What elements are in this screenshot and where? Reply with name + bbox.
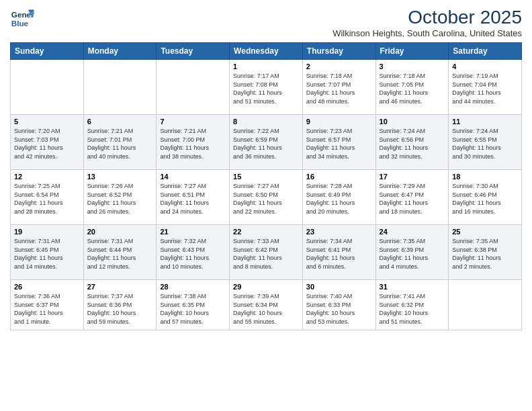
day-number: 29 [233,283,299,291]
day-number: 4 [452,62,518,71]
calendar-cell [449,280,522,330]
calendar-header-sunday: Sunday [11,43,84,60]
day-number: 18 [452,173,518,181]
calendar-week-row: 19Sunrise: 7:31 AMSunset: 6:45 PMDayligh… [11,225,522,280]
calendar-cell: 27Sunrise: 7:37 AMSunset: 6:36 PMDayligh… [83,280,157,330]
calendar-week-row: 5Sunrise: 7:20 AMSunset: 7:03 PMDaylight… [11,115,522,170]
day-number: 3 [380,62,445,71]
calendar-cell: 15Sunrise: 7:27 AMSunset: 6:50 PMDayligh… [230,170,303,225]
calendar-header-tuesday: Tuesday [157,43,230,60]
day-info: Sunrise: 7:23 AMSunset: 6:57 PMDaylight:… [306,127,372,161]
day-number: 13 [87,173,153,181]
day-info: Sunrise: 7:32 AMSunset: 6:43 PMDaylight:… [160,237,226,271]
calendar-header-saturday: Saturday [449,43,522,60]
day-number: 27 [87,283,153,291]
day-number: 11 [452,118,518,126]
calendar-cell: 17Sunrise: 7:29 AMSunset: 6:47 PMDayligh… [375,170,449,225]
header: General Blue October 2025 Wilkinson Heig… [10,7,522,38]
day-number: 16 [306,173,372,181]
day-info: Sunrise: 7:22 AMSunset: 6:59 PMDaylight:… [233,127,299,161]
day-number: 9 [306,118,372,126]
day-info: Sunrise: 7:19 AMSunset: 7:04 PMDaylight:… [452,72,518,105]
day-info: Sunrise: 7:29 AMSunset: 6:47 PMDaylight:… [380,182,445,216]
day-info: Sunrise: 7:37 AMSunset: 6:36 PMDaylight:… [87,292,153,326]
day-info: Sunrise: 7:26 AMSunset: 6:52 PMDaylight:… [87,182,153,216]
day-info: Sunrise: 7:24 AMSunset: 6:56 PMDaylight:… [380,127,445,161]
logo: General Blue [10,7,34,31]
calendar-cell: 16Sunrise: 7:28 AMSunset: 6:49 PMDayligh… [302,170,375,225]
day-number: 26 [14,283,80,291]
day-number: 30 [306,283,372,291]
day-info: Sunrise: 7:21 AMSunset: 7:01 PMDaylight:… [87,127,153,161]
calendar-cell: 3Sunrise: 7:18 AMSunset: 7:05 PMDaylight… [375,60,449,115]
svg-text:Blue: Blue [11,19,29,28]
day-number: 28 [160,283,226,291]
calendar-cell: 22Sunrise: 7:33 AMSunset: 6:42 PMDayligh… [230,225,303,280]
day-info: Sunrise: 7:34 AMSunset: 6:41 PMDaylight:… [306,237,372,271]
day-info: Sunrise: 7:18 AMSunset: 7:07 PMDaylight:… [306,72,372,105]
day-info: Sunrise: 7:36 AMSunset: 6:37 PMDaylight:… [14,292,80,326]
day-info: Sunrise: 7:30 AMSunset: 6:46 PMDaylight:… [452,182,518,216]
calendar-cell: 2Sunrise: 7:18 AMSunset: 7:07 PMDaylight… [302,60,375,115]
calendar-header-monday: Monday [83,43,157,60]
calendar-cell: 24Sunrise: 7:35 AMSunset: 6:39 PMDayligh… [375,225,449,280]
calendar-table: SundayMondayTuesdayWednesdayThursdayFrid… [10,42,522,330]
day-number: 20 [87,228,153,236]
location-subtitle: Wilkinson Heights, South Carolina, Unite… [332,28,522,38]
calendar-cell: 30Sunrise: 7:40 AMSunset: 6:33 PMDayligh… [302,280,375,330]
day-number: 21 [160,228,226,236]
day-info: Sunrise: 7:41 AMSunset: 6:32 PMDaylight:… [380,292,445,326]
calendar-cell: 6Sunrise: 7:21 AMSunset: 7:01 PMDaylight… [83,115,157,170]
calendar-cell: 14Sunrise: 7:27 AMSunset: 6:51 PMDayligh… [157,170,230,225]
calendar-cell: 1Sunrise: 7:17 AMSunset: 7:08 PMDaylight… [230,60,303,115]
day-number: 15 [233,173,299,181]
calendar-week-row: 1Sunrise: 7:17 AMSunset: 7:08 PMDaylight… [11,60,522,115]
day-number: 5 [14,118,80,126]
day-info: Sunrise: 7:35 AMSunset: 6:39 PMDaylight:… [380,237,445,271]
day-info: Sunrise: 7:33 AMSunset: 6:42 PMDaylight:… [233,237,299,271]
day-info: Sunrise: 7:31 AMSunset: 6:45 PMDaylight:… [14,237,80,271]
day-number: 17 [380,173,445,181]
day-info: Sunrise: 7:35 AMSunset: 6:38 PMDaylight:… [452,237,518,271]
calendar-cell: 11Sunrise: 7:24 AMSunset: 6:55 PMDayligh… [449,115,522,170]
day-info: Sunrise: 7:21 AMSunset: 7:00 PMDaylight:… [160,127,226,161]
calendar-cell: 10Sunrise: 7:24 AMSunset: 6:56 PMDayligh… [375,115,449,170]
day-info: Sunrise: 7:31 AMSunset: 6:44 PMDaylight:… [87,237,153,271]
day-number: 19 [14,228,80,236]
day-number: 24 [380,228,445,236]
calendar-header-thursday: Thursday [302,43,375,60]
day-info: Sunrise: 7:39 AMSunset: 6:34 PMDaylight:… [233,292,299,326]
calendar-header-friday: Friday [375,43,449,60]
day-number: 7 [160,118,226,126]
day-info: Sunrise: 7:17 AMSunset: 7:08 PMDaylight:… [233,72,299,105]
day-number: 31 [380,283,445,291]
day-info: Sunrise: 7:27 AMSunset: 6:50 PMDaylight:… [233,182,299,216]
month-title: October 2025 [332,7,522,28]
day-number: 10 [380,118,445,126]
calendar-week-row: 12Sunrise: 7:25 AMSunset: 6:54 PMDayligh… [11,170,522,225]
day-number: 12 [14,173,80,181]
day-info: Sunrise: 7:38 AMSunset: 6:35 PMDaylight:… [160,292,226,326]
calendar-cell: 4Sunrise: 7:19 AMSunset: 7:04 PMDaylight… [449,60,522,115]
calendar-cell: 25Sunrise: 7:35 AMSunset: 6:38 PMDayligh… [449,225,522,280]
calendar-cell: 18Sunrise: 7:30 AMSunset: 6:46 PMDayligh… [449,170,522,225]
day-number: 1 [233,62,299,71]
day-info: Sunrise: 7:18 AMSunset: 7:05 PMDaylight:… [380,72,445,105]
day-info: Sunrise: 7:25 AMSunset: 6:54 PMDaylight:… [14,182,80,216]
calendar-cell: 26Sunrise: 7:36 AMSunset: 6:37 PMDayligh… [11,280,84,330]
calendar-cell [83,60,157,115]
title-block: October 2025 Wilkinson Heights, South Ca… [332,7,522,38]
day-number: 2 [306,62,372,71]
calendar-cell: 7Sunrise: 7:21 AMSunset: 7:00 PMDaylight… [157,115,230,170]
day-number: 6 [87,118,153,126]
day-info: Sunrise: 7:20 AMSunset: 7:03 PMDaylight:… [14,127,80,161]
day-info: Sunrise: 7:24 AMSunset: 6:55 PMDaylight:… [452,127,518,161]
day-number: 22 [233,228,299,236]
calendar-cell: 21Sunrise: 7:32 AMSunset: 6:43 PMDayligh… [157,225,230,280]
day-number: 8 [233,118,299,126]
calendar-header-wednesday: Wednesday [230,43,303,60]
day-info: Sunrise: 7:27 AMSunset: 6:51 PMDaylight:… [160,182,226,216]
calendar-cell: 19Sunrise: 7:31 AMSunset: 6:45 PMDayligh… [11,225,84,280]
calendar-header-row: SundayMondayTuesdayWednesdayThursdayFrid… [11,43,522,60]
day-number: 14 [160,173,226,181]
